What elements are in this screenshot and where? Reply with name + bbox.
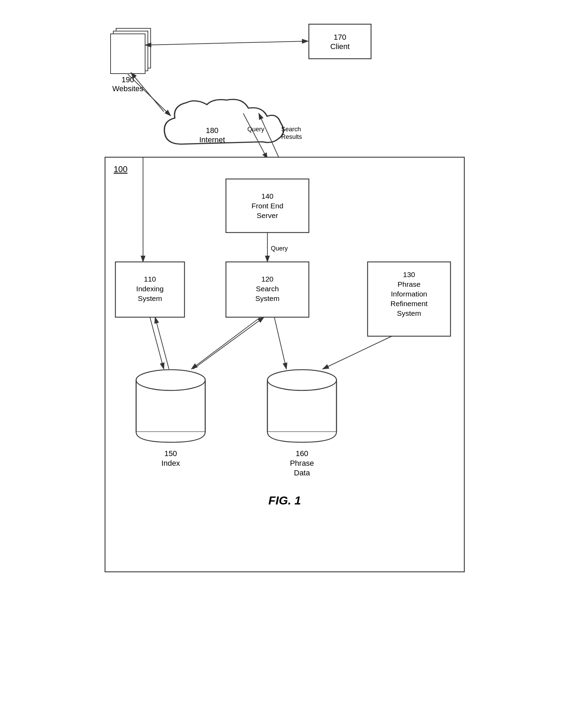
fig-caption: FIG. 1: [268, 494, 301, 507]
phrase-name4-label: System: [397, 309, 421, 317]
websites-id-label: 190: [121, 75, 134, 84]
main-svg: 190 Websites 170 Client 180 Internet Que…: [95, 14, 475, 688]
svg-point-24: [267, 370, 336, 390]
query-label-internal: Query: [271, 245, 288, 252]
fes-name2-label: Server: [257, 211, 278, 219]
svg-rect-5: [309, 24, 371, 59]
index-id-label: 150: [164, 449, 177, 458]
system-id-label: 100: [114, 164, 127, 174]
phrase-data-id-label: 160: [295, 449, 308, 458]
index-name-label: Index: [161, 459, 180, 467]
fes-name1-label: Front End: [251, 202, 283, 210]
phrase-name3-label: Refinement: [390, 300, 428, 308]
phrase-data-name1-label: Phrase: [290, 459, 314, 467]
svg-line-7: [128, 74, 171, 116]
internet-id-label: 180: [206, 126, 218, 135]
phrase-id-label: 130: [403, 271, 415, 278]
svg-line-6: [151, 41, 308, 45]
search-results-label: Search: [281, 126, 301, 133]
svg-point-20: [136, 370, 205, 390]
search-name1-label: Search: [256, 285, 279, 293]
client-name-label: Client: [330, 42, 349, 51]
websites-name-label: Websites: [112, 84, 143, 93]
search-results-label2: Results: [281, 133, 302, 140]
svg-rect-4: [111, 34, 145, 74]
search-name2-label: System: [255, 294, 279, 302]
diagram-container: 190 Websites 170 Client 180 Internet Que…: [95, 14, 475, 689]
phrase-name2-label: Information: [391, 290, 427, 298]
client-id-label: 170: [333, 33, 346, 41]
phrase-data-name2-label: Data: [294, 469, 310, 477]
fes-id-label: 140: [261, 192, 273, 200]
indexing-id-label: 110: [144, 275, 156, 283]
query-label-top: Query: [247, 126, 264, 133]
indexing-name2-label: System: [137, 294, 162, 302]
internet-name-label: Internet: [199, 135, 225, 144]
phrase-name1-label: Phrase: [397, 280, 420, 288]
indexing-name1-label: Indexing: [136, 285, 163, 293]
search-id-label: 120: [261, 275, 273, 283]
